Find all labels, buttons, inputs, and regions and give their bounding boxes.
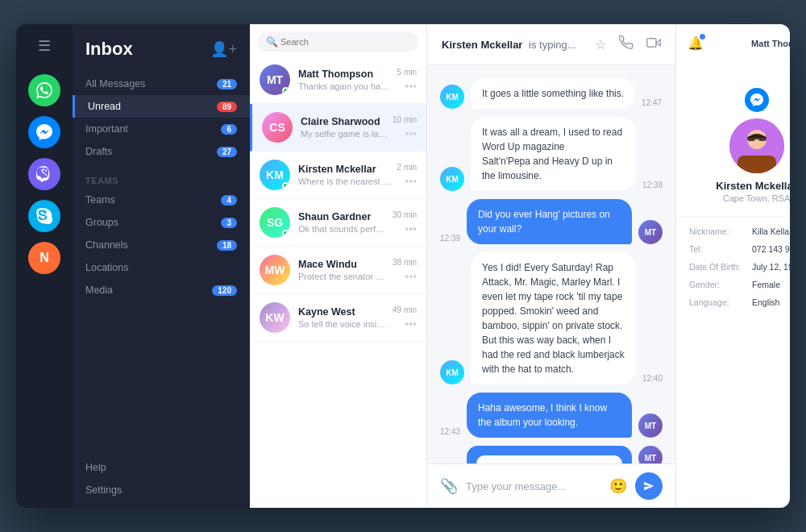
avatar: KM <box>260 160 290 190</box>
svg-rect-6 <box>737 156 776 173</box>
search-bar: 🔍 <box>250 24 426 56</box>
music-card-row: MT READY TO DIE <box>440 446 663 463</box>
nav-help[interactable]: Help <box>73 456 250 479</box>
chat-area: Kirsten Mckellar is typing... ☆ KM <box>427 24 675 508</box>
message-time: 5 min <box>397 68 417 77</box>
more-options-icon[interactable]: ••• <box>405 80 417 93</box>
emoji-icon[interactable]: 🙂 <box>609 477 627 495</box>
phone-icon[interactable] <box>619 35 634 53</box>
contact-name: Kirsten Mckellar <box>298 164 393 175</box>
messenger-icon <box>745 88 769 112</box>
avatar: SG <box>260 207 290 238</box>
message-preview: Where is the nearest place to... <box>298 177 393 186</box>
message-time: 12:40 <box>642 374 663 383</box>
chat-contact-status: Kirsten Mckellar is typing... <box>442 39 576 51</box>
search-icon: 🔍 <box>266 36 278 48</box>
online-indicator <box>282 230 289 237</box>
attachment-icon[interactable]: 📎 <box>440 477 458 495</box>
contact-name: Kayne West <box>298 306 388 318</box>
conversation-matt-thompson[interactable]: MT Matt Thompson Thanks again you have b… <box>250 56 426 104</box>
detail-tel: Tel: 072 143 9920 <box>689 244 790 254</box>
svg-rect-1 <box>647 39 656 48</box>
message-time: 10 min <box>393 115 417 124</box>
sidebar-app-notification[interactable]: N <box>28 242 60 274</box>
contact-name: Matt Thompson <box>298 69 393 80</box>
contact-name: Mace Windu <box>298 259 388 270</box>
conversation-mace-windu[interactable]: MW Mace Windu Protect the senator at all… <box>250 247 426 294</box>
sidebar-app-viber[interactable] <box>28 158 60 190</box>
message-preview: Thanks again you have been... <box>298 81 393 91</box>
inbox-bottom-nav: Help Settings <box>73 456 250 508</box>
message-row: KM It was all a dream, I used to read Wo… <box>440 117 663 191</box>
sidebar-app-whatsapp[interactable] <box>28 74 60 106</box>
message-bubble: It goes a little something like this. <box>471 78 635 109</box>
detail-language: Language: English <box>689 297 790 307</box>
more-options-icon[interactable]: ••• <box>405 222 417 235</box>
sidebar-app-messenger[interactable] <box>28 116 60 148</box>
message-time: 12:38 <box>642 181 663 189</box>
message-time: 2 min <box>397 163 417 172</box>
profile-avatar <box>729 118 784 173</box>
nav-settings[interactable]: Settings <box>73 479 250 501</box>
profile-header: 🔔 Matt Thompson ▾ <box>676 24 790 57</box>
avatar: MT <box>260 64 290 95</box>
message-bubble: It was all a dream, I used to read Word … <box>471 117 636 191</box>
music-card: READY TO DIE Ready To Die The Notorious … <box>467 446 632 463</box>
app-container: ☰ N Inbox 👤+ All Messages 21 <box>16 24 790 508</box>
nav-channels[interactable]: Channels 18 <box>73 234 250 256</box>
nav-unread[interactable]: Unread 89 <box>73 95 250 118</box>
contact-name: Shaun Gardner <box>298 211 388 222</box>
more-options-icon[interactable]: ••• <box>405 270 417 283</box>
message-bubble: Did you ever Hang' pictures on your wall… <box>467 199 632 244</box>
search-input[interactable] <box>258 32 418 52</box>
detail-gender: Gender: Female <box>689 280 790 289</box>
avatar: CS <box>262 112 293 143</box>
svg-rect-8 <box>758 136 767 141</box>
nav-groups[interactable]: Groups 3 <box>73 211 250 234</box>
nav-locations[interactable]: Locations <box>73 256 250 279</box>
message-time: 12:47 <box>642 98 662 107</box>
inbox-panel: Inbox 👤+ All Messages 21 Unread 89 Impor… <box>73 24 250 508</box>
message-avatar: MT <box>638 446 663 463</box>
online-indicator <box>282 182 289 189</box>
message-row: KM It goes a little something like this.… <box>440 78 663 109</box>
conversation-list: 🔍 MT Matt Thompson Thanks again you have… <box>250 24 427 508</box>
conversation-claire-sharwood[interactable]: CS Claire Sharwood My selfie game is lac… <box>250 104 426 152</box>
message-input[interactable] <box>466 480 601 493</box>
message-time: 38 min <box>393 258 417 267</box>
message-preview: My selfie game is lacking can... <box>301 129 388 139</box>
conversation-kayne-west[interactable]: KW Kayne West So tell the voice inside y… <box>250 294 426 342</box>
more-options-icon[interactable]: ••• <box>405 175 417 188</box>
svg-rect-7 <box>747 136 755 141</box>
profile-panel: 🔔 Matt Thompson ▾ ••• <box>675 24 790 508</box>
nav-all-messages[interactable]: All Messages 21 <box>73 73 250 95</box>
section-title-teams: Teams <box>73 166 250 189</box>
message-bubble: Haha awesome, I think I know the album y… <box>467 393 632 438</box>
sidebar-app-skype[interactable] <box>28 200 60 232</box>
more-options-icon[interactable]: ••• <box>405 127 417 140</box>
message-preview: Ok that sounds perfect 👍 <box>298 224 388 235</box>
profile-avatar-section: Kirsten Mckellar Cape Town, RSA <box>676 78 790 217</box>
avatar: KW <box>260 302 290 333</box>
nav-important[interactable]: Important 6 <box>73 118 250 140</box>
message-row: KM Yes I did! Every Saturday! Rap Attack… <box>440 252 663 384</box>
message-time: 30 min <box>393 210 417 219</box>
star-icon[interactable]: ☆ <box>595 37 606 52</box>
message-preview: Protect the senator at all costs. <box>298 272 388 281</box>
nav-media[interactable]: Media 120 <box>73 279 250 301</box>
nav-drafts[interactable]: Drafts 27 <box>73 140 250 163</box>
conversation-shaun-gardner[interactable]: SG Shaun Gardner Ok that sounds perfect … <box>250 199 426 247</box>
send-button[interactable] <box>635 472 663 500</box>
chat-header: Kirsten Mckellar is typing... ☆ <box>427 24 675 65</box>
user-name-dropdown[interactable]: Matt Thompson ▾ <box>751 38 790 48</box>
video-icon[interactable] <box>646 35 661 53</box>
conversation-kirsten-mckellar[interactable]: KM Kirsten Mckellar Where is the nearest… <box>250 152 426 199</box>
more-options-icon[interactable]: ••• <box>405 318 417 330</box>
notification-dot <box>700 34 705 39</box>
detail-nickname: Nickname: Killa Kella <box>689 227 790 236</box>
svg-marker-0 <box>656 39 660 46</box>
nav-teams[interactable]: Teams 4 <box>73 189 250 211</box>
message-avatar: MT <box>638 220 663 244</box>
add-contact-icon[interactable]: 👤+ <box>210 40 237 58</box>
menu-icon[interactable]: ☰ <box>38 37 51 55</box>
